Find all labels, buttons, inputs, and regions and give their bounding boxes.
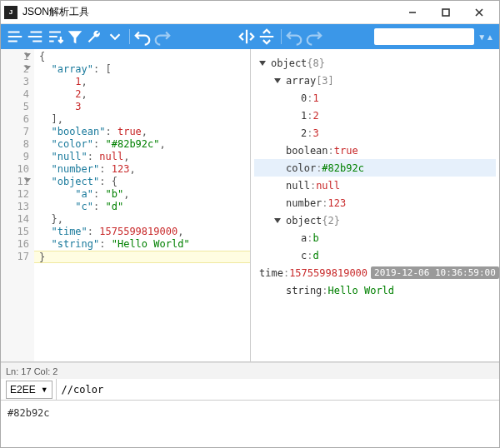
- minimize-button[interactable]: [396, 1, 429, 24]
- align-left-icon[interactable]: [6, 27, 24, 46]
- tree-row[interactable]: a : b: [254, 229, 496, 246]
- status-bar: Ln: 17 Col: 2: [1, 362, 499, 379]
- undo-tree-icon[interactable]: [285, 27, 303, 46]
- cursor-position: Ln: 17 Col: 2: [6, 366, 58, 376]
- line-gutter: 1234567891011121314151617: [1, 49, 34, 361]
- query-bar: E2EE ▼: [1, 379, 499, 401]
- tree-row[interactable]: object {2}: [254, 212, 496, 229]
- app-icon: J: [4, 6, 18, 19]
- query-mode-value: E2EE: [10, 384, 36, 396]
- redo-icon[interactable]: [153, 27, 172, 46]
- toolbar-separator: [281, 29, 282, 44]
- query-path-input[interactable]: [57, 379, 499, 400]
- toolbar: ▼▲: [1, 24, 499, 49]
- query-result: #82b92c: [1, 401, 499, 447]
- tree-row[interactable]: string : Hello World: [254, 281, 496, 299]
- undo-icon[interactable]: [133, 27, 152, 46]
- main-split: 1234567891011121314151617 { "array": [ 1…: [1, 49, 499, 362]
- close-button[interactable]: [462, 1, 496, 24]
- tree-row[interactable]: c : d: [254, 246, 496, 264]
- titlebar: J JSON解析工具: [1, 1, 499, 24]
- window-title: JSON解析工具: [22, 5, 396, 19]
- tree-row[interactable]: boolean : true: [254, 142, 496, 159]
- chevron-down-icon: ▼: [41, 386, 48, 394]
- tree-row[interactable]: number : 123: [254, 194, 496, 212]
- tree-row[interactable]: object {8}: [254, 54, 496, 72]
- tree-row[interactable]: null : null: [254, 177, 496, 194]
- tree-row[interactable]: array [3]: [254, 72, 496, 89]
- tree-row[interactable]: 1 : 2: [254, 107, 496, 124]
- tree-row[interactable]: color : #82b92c: [254, 159, 496, 177]
- tree-row[interactable]: time : 15755998190002019-12-06 10:36:59:…: [254, 264, 496, 281]
- svg-rect-0: [442, 9, 449, 16]
- redo-tree-icon[interactable]: [305, 27, 323, 46]
- editor-pane[interactable]: 1234567891011121314151617 { "array": [ 1…: [1, 49, 251, 361]
- tree-pane[interactable]: object {8}array [3]0 : 11 : 22 : 3boolea…: [251, 49, 499, 361]
- search-box[interactable]: [374, 28, 474, 45]
- split-vertical-icon[interactable]: [258, 27, 276, 46]
- tree-row[interactable]: 2 : 3: [254, 124, 496, 142]
- query-mode-select[interactable]: E2EE ▼: [6, 381, 52, 399]
- chevron-down-icon[interactable]: [106, 27, 124, 46]
- maximize-button[interactable]: [429, 1, 462, 24]
- toolbar-separator: [129, 29, 130, 44]
- split-horizontal-icon[interactable]: [238, 27, 256, 46]
- filter-icon[interactable]: [66, 27, 84, 46]
- code-area[interactable]: { "array": [ 1, 2, 3 ], "boolean": true,…: [34, 49, 250, 361]
- wrench-icon[interactable]: [86, 27, 104, 46]
- query-result-value: #82b92c: [8, 407, 50, 419]
- search-dropdown-icon[interactable]: ▼▲: [478, 32, 494, 42]
- align-right-icon[interactable]: [26, 27, 44, 46]
- tree-row[interactable]: 0 : 1: [254, 89, 496, 107]
- sort-icon[interactable]: [46, 27, 64, 46]
